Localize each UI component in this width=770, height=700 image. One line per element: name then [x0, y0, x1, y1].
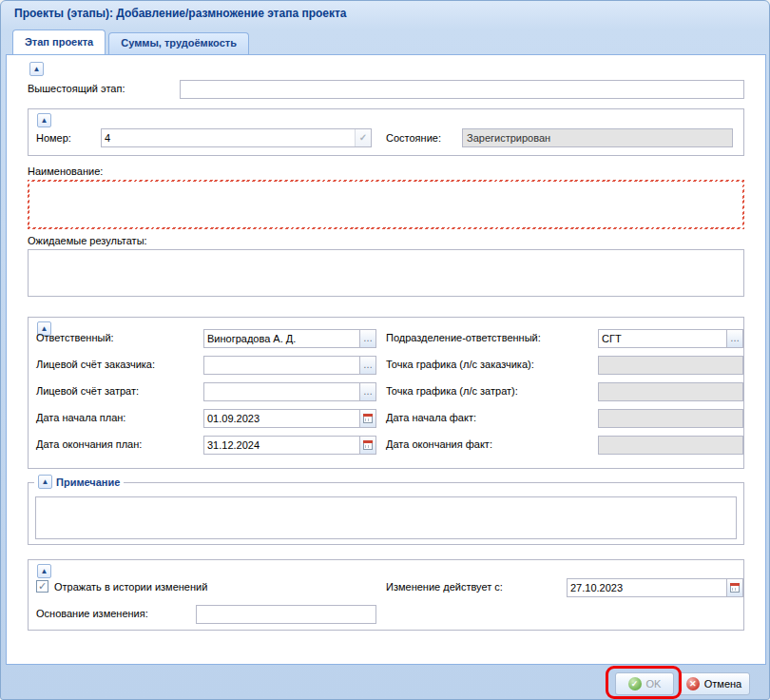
end-date-plan-label: Дата окончания план: — [36, 438, 142, 450]
end-date-plan-calendar-icon[interactable] — [359, 437, 375, 454]
cancel-x-icon: ✕ — [686, 677, 700, 690]
change-date-field — [567, 578, 743, 597]
department-field: … — [598, 329, 743, 348]
history-fieldset: ▲ ✓ Отражать в истории изменений Изменен… — [28, 559, 744, 631]
customer-account-input[interactable] — [204, 357, 359, 374]
tab-stage-label: Этап проекта — [25, 36, 93, 48]
start-date-fact-label: Дата начала факт: — [386, 412, 476, 423]
tab-stage[interactable]: Этап проекта — [12, 29, 106, 54]
tab-bar: Этап проекта Суммы, трудоёмкость — [12, 30, 249, 54]
ok-check-icon: ✓ — [628, 677, 642, 690]
ok-button[interactable]: ✓ OK — [615, 672, 674, 695]
state-display: Зарегистрирован — [462, 128, 733, 147]
customer-point-display — [598, 356, 743, 375]
cancel-button-label: Отмена — [704, 678, 741, 690]
window-title: Проекты (этапы): Добавление/размножение … — [1, 1, 769, 26]
start-date-fact-display — [598, 409, 743, 428]
responsible-label: Ответственный: — [36, 332, 114, 343]
department-label: Подразделение-ответственный: — [386, 332, 541, 343]
department-input[interactable] — [599, 330, 726, 347]
form-panel: ▲ Вышестоящий этап: ▲ Номер: ✓ Состояние… — [6, 54, 766, 665]
ok-button-label: OK — [646, 678, 662, 690]
expected-results-textarea[interactable] — [28, 249, 744, 297]
cancel-button[interactable]: ✕ Отмена — [678, 672, 750, 695]
number-label: Номер: — [36, 132, 71, 144]
tab-sums-label: Суммы, трудоёмкость — [121, 37, 237, 49]
change-date-label: Изменение действует с: — [386, 581, 503, 593]
reason-label: Основание изменения: — [36, 608, 148, 619]
note-textarea[interactable] — [35, 496, 737, 539]
end-date-fact-label: Дата окончания факт: — [386, 438, 492, 450]
cost-account-input[interactable] — [204, 383, 359, 400]
note-fieldset: ▲ Примечание — [28, 482, 744, 545]
name-label: Наименование: — [28, 165, 103, 177]
number-field: ✓ — [101, 128, 372, 147]
end-date-fact-display — [598, 436, 743, 455]
history-checkbox-label: Отражать в истории изменений — [54, 581, 207, 593]
department-picker-icon[interactable]: … — [726, 330, 742, 347]
cost-point-display — [598, 382, 743, 401]
history-checkbox[interactable]: ✓ — [36, 580, 48, 593]
cost-point-label: Точка графика (л/с затрат): — [386, 385, 518, 397]
end-date-plan-input[interactable] — [204, 437, 359, 454]
customer-account-picker-icon[interactable]: … — [359, 357, 375, 374]
state-label: Состояние: — [386, 132, 441, 144]
number-check-icon[interactable]: ✓ — [355, 129, 371, 146]
start-date-plan-label: Дата начала план: — [36, 412, 125, 423]
responsible-field: … — [203, 329, 376, 348]
parent-stage-input[interactable] — [180, 80, 744, 99]
start-date-plan-calendar-icon[interactable] — [359, 410, 375, 427]
collapse-history-icon[interactable]: ▲ — [37, 564, 51, 578]
reason-input[interactable] — [196, 605, 376, 624]
responsible-picker-icon[interactable]: … — [359, 330, 375, 347]
end-date-plan-field — [203, 436, 376, 455]
details-fieldset: ▲ Ответственный: … Подразделение-ответст… — [28, 317, 744, 469]
customer-account-label: Лицевой счёт заказчика: — [36, 359, 155, 370]
parent-stage-label: Вышестоящий этап: — [28, 83, 125, 94]
cost-account-field: … — [203, 382, 376, 401]
responsible-input[interactable] — [204, 330, 359, 347]
collapse-top-icon[interactable]: ▲ — [29, 62, 44, 76]
change-date-input[interactable] — [568, 579, 726, 596]
number-state-fieldset: ▲ Номер: ✓ Состояние: Зарегистрирован — [28, 108, 744, 156]
collapse-note-icon[interactable]: ▲ — [38, 475, 52, 489]
tab-sums[interactable]: Суммы, трудоёмкость — [108, 32, 249, 54]
number-input[interactable] — [102, 129, 355, 146]
start-date-plan-field — [203, 409, 376, 428]
cost-account-label: Лицевой счёт затрат: — [36, 385, 139, 397]
cost-account-picker-icon[interactable]: … — [359, 383, 375, 400]
customer-point-label: Точка графика (л/с заказчика): — [386, 359, 534, 370]
note-legend: ▲ Примечание — [34, 475, 124, 489]
dialog-window: Проекты (этапы): Добавление/размножение … — [0, 0, 770, 700]
name-textarea[interactable] — [28, 180, 744, 229]
change-date-calendar-icon[interactable] — [726, 579, 742, 596]
note-legend-label: Примечание — [56, 476, 120, 488]
collapse-number-icon[interactable]: ▲ — [37, 113, 51, 127]
customer-account-field: … — [203, 356, 376, 375]
expected-results-label: Ожидаемые результаты: — [28, 235, 147, 246]
start-date-plan-input[interactable] — [204, 410, 359, 427]
